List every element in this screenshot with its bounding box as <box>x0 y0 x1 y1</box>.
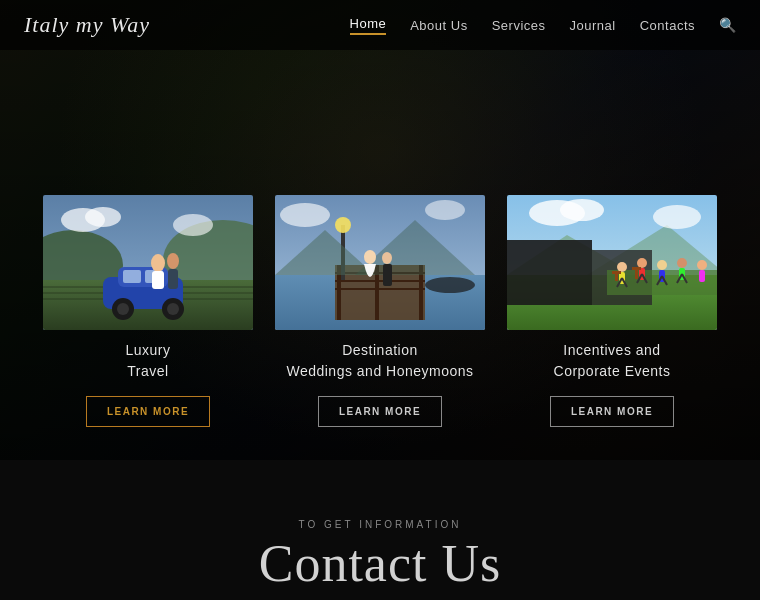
svg-rect-68 <box>635 269 638 279</box>
svg-point-72 <box>653 205 701 229</box>
search-icon[interactable]: 🔍 <box>719 17 736 34</box>
bottom-label: TO GET INFORMATION <box>299 519 462 530</box>
card-image-luxury <box>43 195 253 330</box>
learn-more-corporate[interactable]: LEARN MORE <box>550 396 674 427</box>
bottom-heading: Contact Us <box>259 538 502 590</box>
card-weddings: Destination Weddings and Honeymoons LEAR… <box>275 195 485 427</box>
nav-contacts[interactable]: Contacts <box>640 18 695 33</box>
svg-rect-66 <box>615 273 618 281</box>
svg-point-52 <box>637 258 647 268</box>
card-title-weddings: Destination Weddings and Honeymoons <box>286 340 473 382</box>
svg-point-40 <box>425 200 465 220</box>
nav-journal[interactable]: Journal <box>570 18 616 33</box>
nav-about[interactable]: About Us <box>410 18 467 33</box>
svg-point-35 <box>364 250 376 264</box>
svg-point-20 <box>85 207 121 227</box>
svg-point-17 <box>167 253 179 269</box>
svg-point-39 <box>280 203 330 227</box>
svg-rect-45 <box>507 240 592 305</box>
card-title-corporate: Incentives and Corporate Events <box>554 340 671 382</box>
main-nav: Home About Us Services Journal Contacts … <box>350 16 736 35</box>
learn-more-luxury[interactable]: LEARN MORE <box>86 396 210 427</box>
site-logo: Italy my Way <box>24 12 150 38</box>
card-image-weddings <box>275 195 485 330</box>
cards-section: Luxury Travel LEARN MORE <box>0 195 760 427</box>
svg-point-32 <box>335 217 351 233</box>
svg-point-48 <box>617 262 627 272</box>
svg-rect-37 <box>383 264 392 286</box>
card-corporate: Incentives and Corporate Events LEARN MO… <box>507 195 717 427</box>
svg-rect-16 <box>152 271 164 289</box>
svg-point-56 <box>657 260 667 270</box>
learn-more-weddings[interactable]: LEARN MORE <box>318 396 442 427</box>
svg-rect-69 <box>632 267 641 270</box>
svg-point-38 <box>425 277 475 293</box>
nav-services[interactable]: Services <box>492 18 546 33</box>
site-header: Italy my Way Home About Us Services Jour… <box>0 0 760 50</box>
svg-point-14 <box>167 303 179 315</box>
nav-home[interactable]: Home <box>350 16 387 35</box>
svg-point-36 <box>382 252 392 264</box>
bottom-heading-text: Contact Us <box>259 535 502 592</box>
svg-point-64 <box>697 260 707 270</box>
card-title-luxury: Luxury Travel <box>125 340 170 382</box>
svg-point-71 <box>560 199 604 221</box>
svg-rect-9 <box>123 270 141 283</box>
svg-rect-65 <box>699 270 705 282</box>
svg-point-21 <box>173 214 213 236</box>
card-image-corporate <box>507 195 717 330</box>
card-luxury-travel: Luxury Travel LEARN MORE <box>43 195 253 427</box>
svg-point-15 <box>151 254 165 272</box>
svg-rect-18 <box>168 269 178 289</box>
svg-point-60 <box>677 258 687 268</box>
svg-rect-67 <box>612 271 621 274</box>
bottom-section: TO GET INFORMATION Contact Us <box>0 460 760 600</box>
svg-point-12 <box>117 303 129 315</box>
